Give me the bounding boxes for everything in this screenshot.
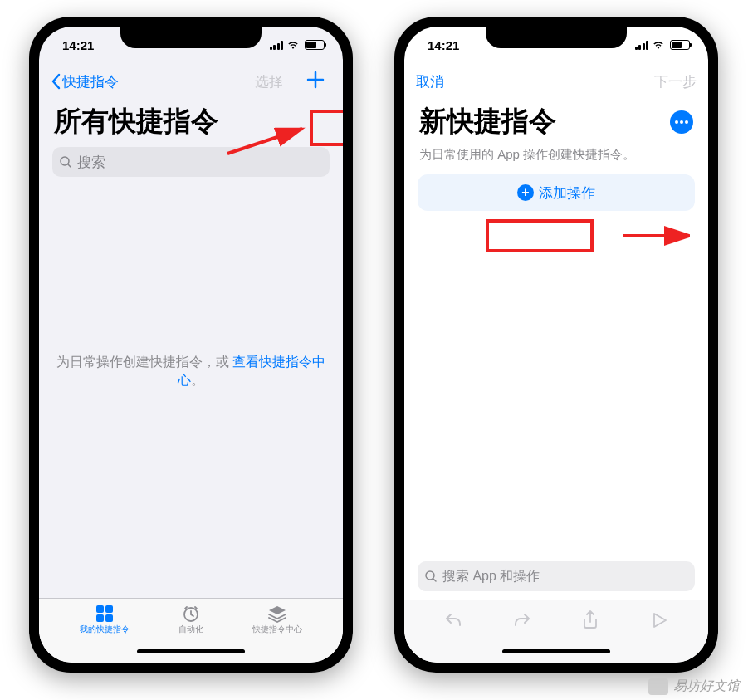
- signal-icon: [270, 41, 284, 50]
- watermark-icon: [648, 678, 668, 695]
- signal-icon: [635, 41, 649, 50]
- search-input[interactable]: 搜索: [52, 147, 330, 177]
- phone-frame-right: 14:21 取消 下一步 新快捷指令 为日常使用的 App 操作创建快捷指令。 …: [394, 17, 718, 673]
- gallery-stack-icon: [266, 605, 288, 623]
- redo-button[interactable]: [506, 611, 539, 629]
- back-button[interactable]: 快捷指令: [51, 72, 119, 91]
- svg-rect-3: [96, 614, 104, 622]
- add-action-button[interactable]: + 添加操作: [418, 174, 695, 211]
- tab-label: 我的快捷指令: [80, 624, 130, 635]
- undo-icon: [443, 611, 463, 629]
- cancel-button[interactable]: 取消: [416, 72, 444, 91]
- watermark-text: 易坊好文馆: [673, 678, 740, 695]
- plus-circle-icon: +: [517, 184, 534, 201]
- home-indicator[interactable]: [39, 639, 343, 663]
- ellipsis-icon: [675, 120, 678, 124]
- add-action-label: 添加操作: [539, 184, 595, 203]
- page-title: 所有快捷指令: [39, 100, 343, 147]
- search-icon: [424, 570, 438, 583]
- play-icon: [652, 612, 667, 629]
- battery-icon: [670, 40, 690, 50]
- plus-icon: [306, 71, 325, 89]
- svg-rect-4: [105, 614, 113, 622]
- redo-icon: [512, 611, 532, 629]
- page-title: 新快捷指令: [419, 103, 556, 140]
- share-icon: [582, 610, 599, 630]
- more-options-button[interactable]: [670, 110, 693, 134]
- tab-bar: 我的快捷指令 自动化 快捷指令中心: [39, 598, 343, 639]
- wifi-icon: [652, 40, 665, 50]
- bottom-toolbar: [404, 600, 708, 639]
- notch: [486, 27, 627, 48]
- navigation-bar: 快捷指令 选择: [39, 63, 343, 100]
- notch: [120, 27, 262, 48]
- search-apps-input[interactable]: 搜索 App 和操作: [418, 561, 695, 591]
- empty-state-text: 为日常操作创建快捷指令，或 查看快捷指令中心。: [54, 352, 328, 389]
- screen-left: 14:21 快捷指令 选择 所有快捷指令: [39, 27, 343, 663]
- status-icons: [270, 40, 325, 50]
- chevron-left-icon: [51, 73, 61, 90]
- tab-label: 快捷指令中心: [252, 624, 302, 635]
- subtitle-text: 为日常使用的 App 操作创建快捷指令。: [404, 147, 708, 174]
- add-shortcut-button[interactable]: [300, 66, 331, 96]
- back-label: 快捷指令: [62, 72, 119, 91]
- tab-my-shortcuts[interactable]: 我的快捷指令: [80, 605, 130, 635]
- share-button[interactable]: [574, 610, 607, 630]
- run-button[interactable]: [643, 612, 676, 629]
- content-area: 为日常操作创建快捷指令，或 查看快捷指令中心。: [39, 185, 343, 598]
- tab-automation[interactable]: 自动化: [178, 605, 203, 635]
- phone-frame-left: 14:21 快捷指令 选择 所有快捷指令: [29, 17, 353, 673]
- next-button[interactable]: 下一步: [654, 72, 697, 91]
- select-button[interactable]: 选择: [255, 72, 283, 91]
- status-icons: [635, 40, 691, 50]
- svg-rect-2: [105, 605, 113, 613]
- status-time: 14:21: [62, 38, 94, 52]
- navigation-bar: 取消 下一步: [404, 63, 708, 100]
- undo-button[interactable]: [437, 611, 470, 629]
- shortcuts-grid-icon: [94, 605, 115, 623]
- screen-right: 14:21 取消 下一步 新快捷指令 为日常使用的 App 操作创建快捷指令。 …: [404, 27, 708, 663]
- home-indicator[interactable]: [404, 639, 708, 663]
- search-placeholder: 搜索 App 和操作: [442, 568, 540, 585]
- search-placeholder: 搜索: [77, 153, 105, 172]
- watermark: 易坊好文馆: [648, 678, 740, 695]
- automation-clock-icon: [180, 605, 202, 623]
- status-time: 14:21: [428, 38, 459, 52]
- tab-label: 自动化: [178, 624, 203, 635]
- tab-gallery[interactable]: 快捷指令中心: [252, 605, 302, 635]
- wifi-icon: [286, 40, 300, 50]
- battery-icon: [305, 40, 325, 50]
- svg-rect-1: [96, 605, 104, 613]
- search-icon: [59, 155, 72, 169]
- content-area: [404, 211, 708, 553]
